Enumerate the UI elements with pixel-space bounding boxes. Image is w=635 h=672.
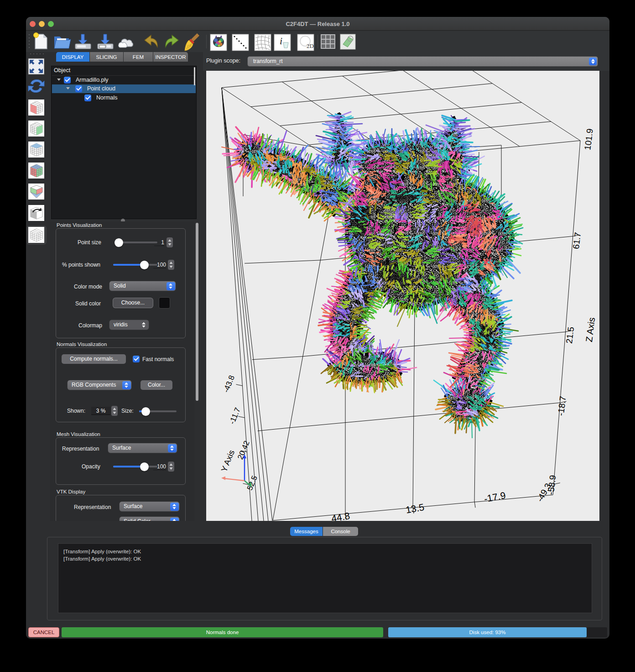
svg-text:i: i bbox=[280, 35, 282, 47]
svg-text:61.7: 61.7 bbox=[571, 232, 583, 250]
svg-text:21.5: 21.5 bbox=[564, 326, 576, 344]
svg-text:2D: 2D bbox=[307, 42, 314, 49]
